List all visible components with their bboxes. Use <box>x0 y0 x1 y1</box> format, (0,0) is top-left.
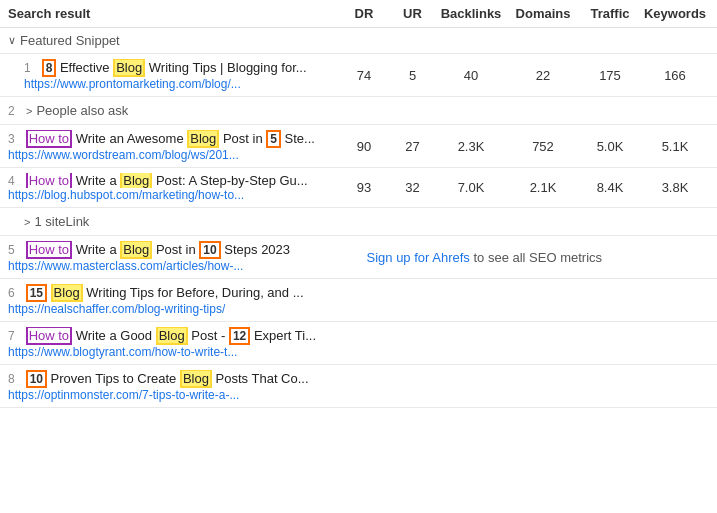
val-domains-1: 22 <box>507 68 579 83</box>
highlight-blog-6: Blog <box>51 284 83 302</box>
search-cell-7: 7 How to Write a Good Blog Post - 12 Exp… <box>8 327 338 359</box>
sitelink-group[interactable]: > 1 siteLink <box>0 208 717 236</box>
val-dr-4: 93 <box>338 180 390 195</box>
val-domains-3: 752 <box>507 139 579 154</box>
val-dr-3: 90 <box>338 139 390 154</box>
result-url-8[interactable]: https://optinmonster.com/7-tips-to-write… <box>8 388 338 402</box>
table-row: 6 15 Blog Writing Tips for Before, Durin… <box>0 279 717 322</box>
header-ur: UR <box>390 6 435 21</box>
val-backlinks-4: 7.0K <box>435 180 507 195</box>
search-results-table: Search result DR UR Backlinks Domains Tr… <box>0 0 717 408</box>
highlight-howto-5: How to <box>26 241 72 259</box>
search-cell-3: 3 How to Write an Awesome Blog Post in 5… <box>8 130 338 162</box>
result-title-6[interactable]: 6 15 Blog Writing Tips for Before, Durin… <box>8 284 338 302</box>
signup-link[interactable]: Sign up for Ahrefs <box>367 250 470 265</box>
table-row: 7 How to Write a Good Blog Post - 12 Exp… <box>0 322 717 365</box>
featured-snippet-label: Featured Snippet <box>20 33 120 48</box>
result-url-3[interactable]: https://www.wordstream.com/blog/ws/201..… <box>8 148 338 162</box>
signup-cta: Sign up for Ahrefs to see all SEO metric… <box>351 250 710 265</box>
highlight-blog-1: Blog <box>113 59 145 77</box>
badge-number-8: 8 <box>42 59 57 77</box>
val-domains-4: 2.1K <box>507 180 579 195</box>
result-title-3[interactable]: 3 How to Write an Awesome Blog Post in 5… <box>8 130 338 148</box>
table-row: 4 How to Write a Blog Post: A Step-by-St… <box>0 168 717 208</box>
group-label-2: 2 > People also ask <box>8 103 128 118</box>
badge-number-10b: 10 <box>26 370 47 388</box>
table-row: 8 10 Proven Tips to Create Blog Posts Th… <box>0 365 717 408</box>
result-title-4[interactable]: 4 How to Write a Blog Post: A Step-by-St… <box>8 173 338 188</box>
chevron-right-icon-2: > <box>24 216 30 228</box>
search-cell-8: 8 10 Proven Tips to Create Blog Posts Th… <box>8 370 338 402</box>
highlight-blog-8: Blog <box>180 370 212 388</box>
table-row: 5 How to Write a Blog Post in 10 Steps 2… <box>0 236 717 279</box>
badge-number-5: 5 <box>266 130 281 148</box>
val-keywords-4: 3.8K <box>641 180 709 195</box>
val-keywords-1: 166 <box>641 68 709 83</box>
val-traffic-4: 8.4K <box>579 180 641 195</box>
val-traffic-3: 5.0K <box>579 139 641 154</box>
search-cell-4: 4 How to Write a Blog Post: A Step-by-St… <box>8 173 338 202</box>
chevron-down-icon: ∨ <box>8 34 16 47</box>
result-url-1[interactable]: https://www.prontomarketing.com/blog/... <box>24 77 338 91</box>
highlight-blog-4: Blog <box>120 173 152 188</box>
highlight-blog-3: Blog <box>187 130 219 148</box>
highlight-blog-5: Blog <box>120 241 152 259</box>
badge-number-12: 12 <box>229 327 250 345</box>
header-keywords: Keywords <box>641 6 709 21</box>
result-title-8[interactable]: 8 10 Proven Tips to Create Blog Posts Th… <box>8 370 338 388</box>
val-backlinks-1: 40 <box>435 68 507 83</box>
badge-number-10: 10 <box>199 241 220 259</box>
result-url-6[interactable]: https://nealschaffer.com/blog-writing-ti… <box>8 302 338 316</box>
result-title-7[interactable]: 7 How to Write a Good Blog Post - 12 Exp… <box>8 327 338 345</box>
val-ur-3: 27 <box>390 139 435 154</box>
search-cell-5: 5 How to Write a Blog Post in 10 Steps 2… <box>8 241 351 273</box>
header-backlinks: Backlinks <box>435 6 507 21</box>
result-url-4[interactable]: https://blog.hubspot.com/marketing/how-t… <box>8 188 338 202</box>
result-url-5[interactable]: https://www.masterclass.com/articles/how… <box>8 259 351 273</box>
search-cell-1: 1 8 Effective Blog Writing Tips | Bloggi… <box>24 59 338 91</box>
val-dr-1: 74 <box>338 68 390 83</box>
result-title-1[interactable]: 1 8 Effective Blog Writing Tips | Bloggi… <box>24 59 338 77</box>
table-header: Search result DR UR Backlinks Domains Tr… <box>0 0 717 28</box>
chevron-right-icon: > <box>26 105 32 117</box>
highlight-howto-3: How to <box>26 130 72 148</box>
val-traffic-1: 175 <box>579 68 641 83</box>
header-dr: DR <box>338 6 390 21</box>
sitelink-label: > 1 siteLink <box>24 214 89 229</box>
val-backlinks-3: 2.3K <box>435 139 507 154</box>
header-search: Search result <box>8 6 338 21</box>
result-url-7[interactable]: https://www.blogtyrant.com/how-to-write-… <box>8 345 338 359</box>
people-also-ask-group[interactable]: 2 > People also ask <box>0 97 717 125</box>
val-ur-4: 32 <box>390 180 435 195</box>
badge-number-15: 15 <box>26 284 47 302</box>
highlight-howto-7: How to <box>26 327 72 345</box>
val-keywords-3: 5.1K <box>641 139 709 154</box>
search-cell-6: 6 15 Blog Writing Tips for Before, Durin… <box>8 284 338 316</box>
table-row: 3 How to Write an Awesome Blog Post in 5… <box>0 125 717 168</box>
highlight-blog-7: Blog <box>156 327 188 345</box>
header-domains: Domains <box>507 6 579 21</box>
featured-snippet-group[interactable]: ∨ Featured Snippet <box>0 28 717 54</box>
table-row: 1 8 Effective Blog Writing Tips | Bloggi… <box>0 54 717 97</box>
result-title-5[interactable]: 5 How to Write a Blog Post in 10 Steps 2… <box>8 241 351 259</box>
val-ur-1: 5 <box>390 68 435 83</box>
highlight-howto-4: How to <box>26 173 72 188</box>
header-traffic: Traffic <box>579 6 641 21</box>
